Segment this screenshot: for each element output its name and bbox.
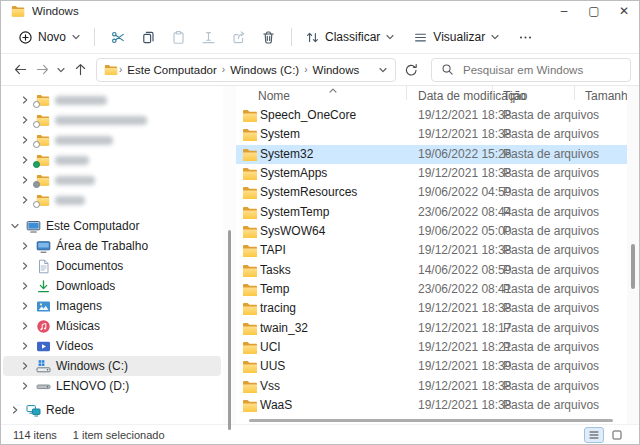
file-row[interactable]: System3219/06/2022 15:26Pasta de arquivo… xyxy=(236,145,627,164)
chevron-right-icon[interactable] xyxy=(19,341,31,351)
thumbnails-view-button[interactable] xyxy=(607,427,627,443)
forward-button[interactable] xyxy=(31,59,53,81)
chevron-right-icon[interactable] xyxy=(19,361,31,371)
file-row[interactable]: Speech_OneCore19/12/2021 18:38Pasta de a… xyxy=(236,106,627,125)
search-input[interactable] xyxy=(463,64,621,76)
chevron-right-icon[interactable] xyxy=(19,301,31,311)
file-row[interactable]: SystemResources19/06/2022 04:59Pasta de … xyxy=(236,183,627,202)
sidebar-item-blurred[interactable] xyxy=(3,90,221,110)
address-bar[interactable]: ›Este Computador›Windows (C:)›Windows xyxy=(96,58,396,82)
chevron-right-icon[interactable] xyxy=(19,241,31,251)
column-divider[interactable] xyxy=(574,86,575,100)
sidebar-item-windows-c[interactable]: Windows (C:) xyxy=(3,356,221,376)
sidebar-item-este-computador[interactable]: Este Computador xyxy=(3,216,221,236)
chevron-right-icon[interactable] xyxy=(19,281,31,291)
up-button[interactable] xyxy=(69,59,91,81)
sort-button[interactable]: Classificar xyxy=(300,26,400,49)
sidebar-item-documentos[interactable]: Documentos xyxy=(3,256,221,276)
sidebar-scrollbar[interactable] xyxy=(223,86,236,424)
horizontal-scrollbar-thumb[interactable] xyxy=(249,419,613,422)
folder-sync-icon xyxy=(36,134,50,146)
sidebar-item-v-deos[interactable]: Vídeos xyxy=(3,336,221,356)
file-name: WaaS xyxy=(260,396,292,415)
file-row[interactable]: UCI19/12/2021 18:21Pasta de arquivos xyxy=(236,338,627,357)
refresh-button[interactable] xyxy=(400,59,422,81)
sidebar-item-downloads[interactable]: Downloads xyxy=(3,276,221,296)
list-scrollbar-thumb[interactable] xyxy=(631,244,635,289)
blurred-label xyxy=(55,96,107,105)
sidebar-item-rea-de-trabalho[interactable]: Área de Trabalho xyxy=(3,236,221,256)
toolbar-separator xyxy=(94,28,95,46)
chevron-right-icon[interactable] xyxy=(19,381,31,391)
details-view-button[interactable] xyxy=(584,427,604,443)
sidebar-item-blurred[interactable] xyxy=(3,190,221,210)
videos-icon xyxy=(36,339,51,354)
sidebar-item-blurred[interactable] xyxy=(3,150,221,170)
chevron-right-icon[interactable] xyxy=(19,195,31,205)
chevron-right-icon[interactable] xyxy=(19,321,31,331)
chevron-down-icon[interactable] xyxy=(9,221,21,231)
chevron-right-icon[interactable] xyxy=(19,115,31,125)
file-date: 19/12/2021 18:38 xyxy=(418,164,511,183)
sidebar-item-blurred[interactable] xyxy=(3,110,221,130)
sidebar-item-lenovo-d[interactable]: LENOVO (D:) xyxy=(3,376,221,396)
column-divider[interactable] xyxy=(492,86,493,100)
chevron-right-icon[interactable] xyxy=(19,95,31,105)
new-button[interactable]: Novo xyxy=(13,26,86,49)
file-row[interactable]: SysWOW6419/06/2022 05:00Pasta de arquivo… xyxy=(236,222,627,241)
search-box[interactable] xyxy=(431,58,631,82)
file-row[interactable]: Vss19/12/2021 18:38Pasta de arquivos xyxy=(236,377,627,396)
back-button[interactable] xyxy=(9,59,31,81)
view-button[interactable]: Visualizar xyxy=(408,26,505,49)
minimize-button[interactable]: – xyxy=(549,1,579,21)
column-divider[interactable] xyxy=(406,86,407,100)
maximize-button[interactable]: ▢ xyxy=(579,1,609,21)
sidebar-item-label: Este Computador xyxy=(46,219,139,233)
drive-windows-icon xyxy=(36,359,51,374)
file-row[interactable]: TAPI19/12/2021 18:38Pasta de arquivos xyxy=(236,241,627,260)
file-date: 19/12/2021 18:38 xyxy=(418,106,511,125)
file-row[interactable]: WaaS19/12/2021 18:38Pasta de arquivos xyxy=(236,396,627,415)
chevron-down-icon xyxy=(490,32,500,42)
file-row[interactable]: SystemTemp23/06/2022 08:44Pasta de arqui… xyxy=(236,203,627,222)
file-row[interactable]: tracing19/12/2021 18:38Pasta de arquivos xyxy=(236,299,627,318)
cut-button[interactable] xyxy=(103,25,133,49)
breadcrumb-item[interactable]: Windows (C:) xyxy=(226,64,303,76)
rename-button[interactable] xyxy=(193,25,223,49)
file-row[interactable]: System19/12/2021 18:38Pasta de arquivos xyxy=(236,125,627,144)
file-row[interactable]: UUS19/12/2021 18:39Pasta de arquivos xyxy=(236,357,627,376)
file-date: 19/12/2021 18:39 xyxy=(418,357,511,376)
breadcrumb-item[interactable]: Este Computador xyxy=(123,64,221,76)
file-row[interactable]: Tasks14/06/2022 08:59Pasta de arquivos xyxy=(236,261,627,280)
close-button[interactable]: ✕ xyxy=(609,1,639,21)
folder-sync-icon xyxy=(36,114,50,126)
see-more-button[interactable] xyxy=(513,26,538,49)
file-type: Pasta de arquivos xyxy=(503,357,599,376)
file-row[interactable]: SystemApps19/12/2021 18:38Pasta de arqui… xyxy=(236,164,627,183)
sidebar-scrollbar-thumb[interactable] xyxy=(228,230,231,430)
chevron-down-icon[interactable] xyxy=(378,65,388,75)
sidebar-item-blurred[interactable] xyxy=(3,170,221,190)
file-row[interactable]: Temp23/06/2022 08:41Pasta de arquivos xyxy=(236,280,627,299)
file-name: TAPI xyxy=(260,241,286,260)
file-row[interactable]: twain_3219/12/2021 18:17Pasta de arquivo… xyxy=(236,319,627,338)
chevron-right-icon[interactable] xyxy=(19,135,31,145)
paste-button[interactable] xyxy=(163,25,193,49)
column-header-name[interactable]: Nome xyxy=(258,86,290,106)
chevron-right-icon[interactable] xyxy=(19,155,31,165)
sidebar-item-blurred[interactable] xyxy=(3,130,221,150)
history-chevron-button[interactable] xyxy=(53,59,69,81)
folder-icon xyxy=(242,244,258,257)
sidebar-item-rede[interactable]: Rede xyxy=(3,400,221,420)
chevron-right-icon[interactable] xyxy=(19,261,31,271)
list-scrollbar[interactable] xyxy=(627,86,639,424)
chevron-right-icon[interactable] xyxy=(19,175,31,185)
column-header-type[interactable]: Tipo xyxy=(503,86,526,106)
copy-button[interactable] xyxy=(133,25,163,49)
breadcrumb-item[interactable]: Windows xyxy=(309,64,364,76)
sidebar-item-m-sicas[interactable]: Músicas xyxy=(3,316,221,336)
share-button[interactable] xyxy=(223,25,253,49)
delete-button[interactable] xyxy=(253,25,283,49)
chevron-right-icon[interactable] xyxy=(9,405,21,415)
sidebar-item-imagens[interactable]: Imagens xyxy=(3,296,221,316)
